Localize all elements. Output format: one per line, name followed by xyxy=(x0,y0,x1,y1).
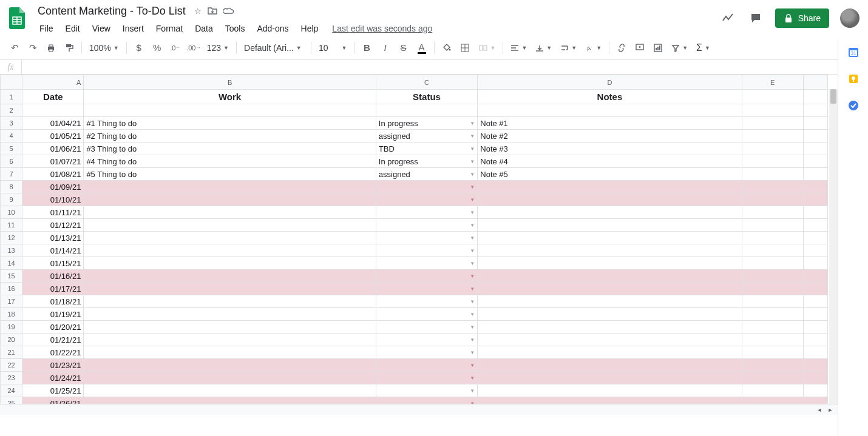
cell[interactable] xyxy=(478,104,742,117)
cell[interactable] xyxy=(742,321,803,334)
menu-data[interactable]: Data xyxy=(189,21,219,36)
cell[interactable] xyxy=(478,206,742,219)
cell[interactable] xyxy=(742,257,803,270)
cell[interactable] xyxy=(803,283,827,295)
cell[interactable]: ▼ xyxy=(376,321,477,334)
cell[interactable] xyxy=(84,257,376,270)
dropdown-arrow-icon[interactable]: ▼ xyxy=(470,121,475,126)
fill-color-icon[interactable] xyxy=(438,39,455,56)
menu-addons[interactable]: Add-ons xyxy=(251,21,294,36)
format-percent-icon[interactable]: % xyxy=(149,39,166,56)
share-button[interactable]: Share xyxy=(775,8,829,28)
col-header-B[interactable]: B xyxy=(84,75,376,90)
cell[interactable] xyxy=(84,283,376,295)
menu-insert[interactable]: Insert xyxy=(117,21,149,36)
cell[interactable] xyxy=(742,193,803,206)
cell[interactable]: Note #3 xyxy=(478,143,742,155)
cell[interactable] xyxy=(742,130,803,143)
row-header[interactable]: 12 xyxy=(1,232,22,244)
cell[interactable]: 01/25/21 xyxy=(22,384,84,397)
cell[interactable] xyxy=(803,257,827,270)
tab-nav-right-icon[interactable]: ► xyxy=(826,406,835,414)
dropdown-arrow-icon[interactable]: ▼ xyxy=(470,159,475,164)
cell[interactable]: In progress▼ xyxy=(376,155,477,168)
dropdown-arrow-icon[interactable]: ▼ xyxy=(470,375,475,381)
cell[interactable] xyxy=(478,346,742,359)
cell[interactable]: #2 Thing to do xyxy=(84,130,376,143)
row-header[interactable]: 18 xyxy=(1,308,22,321)
avatar[interactable] xyxy=(840,8,860,28)
row-header[interactable]: 9 xyxy=(1,193,22,206)
calendar-icon[interactable]: 31 xyxy=(847,46,860,58)
select-all-corner[interactable] xyxy=(1,75,22,90)
cell[interactable]: 01/16/21 xyxy=(22,270,84,283)
cell[interactable] xyxy=(742,244,803,257)
cell[interactable]: assigned▼ xyxy=(376,130,477,143)
cell[interactable] xyxy=(803,384,827,397)
cell[interactable] xyxy=(84,321,376,334)
cell[interactable] xyxy=(803,117,827,130)
font-dropdown[interactable]: Default (Ari...▼ xyxy=(240,39,307,56)
col-header-extra[interactable] xyxy=(803,75,827,90)
filter-dropdown[interactable]: ▼ xyxy=(668,39,691,56)
menu-tools[interactable]: Tools xyxy=(220,21,251,36)
cell[interactable] xyxy=(84,346,376,359)
cell[interactable]: 01/23/21 xyxy=(22,359,84,372)
row-header[interactable]: 6 xyxy=(1,155,22,168)
dropdown-arrow-icon[interactable]: ▼ xyxy=(470,299,475,304)
cell[interactable] xyxy=(22,104,84,117)
cell[interactable]: ▼ xyxy=(376,308,477,321)
insert-link-icon[interactable] xyxy=(613,39,630,56)
cell[interactable]: 01/05/21 xyxy=(22,130,84,143)
cell[interactable] xyxy=(478,219,742,232)
row-header[interactable]: 14 xyxy=(1,257,22,270)
cell[interactable]: ▼ xyxy=(376,295,477,308)
cell[interactable] xyxy=(84,270,376,283)
cell[interactable] xyxy=(478,283,742,295)
cell[interactable] xyxy=(478,232,742,244)
dropdown-arrow-icon[interactable]: ▼ xyxy=(470,197,475,203)
decrease-decimal-icon[interactable]: .0← xyxy=(167,39,184,56)
cell[interactable]: 01/10/21 xyxy=(22,193,84,206)
cell[interactable] xyxy=(84,232,376,244)
cell[interactable]: 01/13/21 xyxy=(22,232,84,244)
cell[interactable]: #4 Thing to do xyxy=(84,155,376,168)
row-header[interactable]: 10 xyxy=(1,206,22,219)
dropdown-arrow-icon[interactable]: ▼ xyxy=(470,312,475,317)
cell[interactable] xyxy=(84,193,376,206)
row-header[interactable]: 13 xyxy=(1,244,22,257)
cell[interactable] xyxy=(742,232,803,244)
dropdown-arrow-icon[interactable]: ▼ xyxy=(470,248,475,253)
row-header[interactable]: 3 xyxy=(1,117,22,130)
cell[interactable] xyxy=(84,104,376,117)
cell[interactable] xyxy=(478,181,742,193)
spreadsheet-grid[interactable]: A B C D E 1DateWorkStatusNotes2301/04/21… xyxy=(0,75,828,415)
cell[interactable] xyxy=(803,90,827,104)
bold-icon[interactable]: B xyxy=(359,39,376,56)
cell[interactable]: 01/19/21 xyxy=(22,308,84,321)
cell[interactable]: assigned▼ xyxy=(376,168,477,181)
dropdown-arrow-icon[interactable]: ▼ xyxy=(470,350,475,355)
dropdown-arrow-icon[interactable]: ▼ xyxy=(470,133,475,139)
col-header-E[interactable]: E xyxy=(742,75,803,90)
keep-icon[interactable] xyxy=(847,73,860,85)
cell[interactable] xyxy=(803,346,827,359)
cell[interactable]: #1 Thing to do xyxy=(84,117,376,130)
cell[interactable] xyxy=(376,104,477,117)
cell[interactable] xyxy=(803,181,827,193)
row-header[interactable]: 4 xyxy=(1,130,22,143)
dropdown-arrow-icon[interactable]: ▼ xyxy=(470,337,475,343)
dropdown-arrow-icon[interactable]: ▼ xyxy=(470,172,475,177)
cell[interactable]: TBD▼ xyxy=(376,143,477,155)
cell[interactable] xyxy=(478,270,742,283)
cell[interactable] xyxy=(803,295,827,308)
cell[interactable] xyxy=(742,117,803,130)
cell[interactable] xyxy=(478,295,742,308)
formula-input[interactable] xyxy=(22,60,868,74)
cell[interactable] xyxy=(803,321,827,334)
cell[interactable]: ▼ xyxy=(376,219,477,232)
cell[interactable]: ▼ xyxy=(376,181,477,193)
cloud-status-icon[interactable] xyxy=(223,7,234,16)
cell[interactable] xyxy=(803,244,827,257)
strikethrough-icon[interactable]: S xyxy=(395,39,412,56)
